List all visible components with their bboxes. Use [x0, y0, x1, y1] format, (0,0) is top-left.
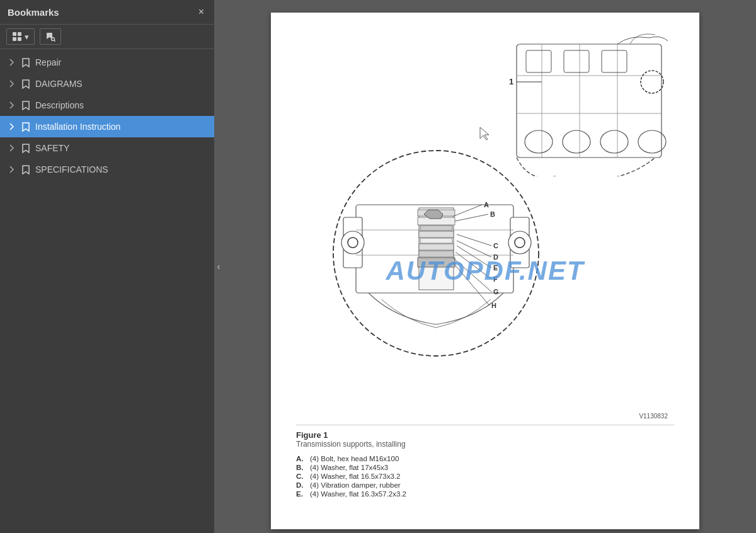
list-item: E. (4) Washer, flat 16.3x57.2x3.2: [296, 490, 674, 498]
nav-label-repair: Repair: [35, 57, 207, 67]
main-content: AUTOPDF.NET: [214, 0, 756, 533]
svg-text:B: B: [490, 210, 495, 218]
chevron-right-icon: [8, 144, 16, 152]
sidebar-nav: Repair DAIGRAMS Descriptions Installatio…: [0, 49, 214, 533]
bookmark-icon: [21, 57, 30, 67]
bookmark-icon: [21, 100, 30, 110]
chevron-right-icon: [8, 79, 16, 88]
svg-rect-40: [418, 258, 455, 267]
circle-detail-diagram: A B C D E: [331, 142, 542, 365]
svg-text:D: D: [493, 253, 498, 261]
svg-rect-37: [420, 238, 452, 243]
part-desc-b: (4) Washer, flat 17x45x3: [310, 464, 388, 471]
chevron-right-icon: [8, 122, 16, 131]
sidebar-toolbar: ▾: [0, 25, 214, 49]
svg-rect-1: [18, 32, 21, 36]
parts-list: A. (4) Bolt, hex head M16x100 B. (4) Was…: [296, 455, 674, 498]
list-item: D. (4) Vibration damper, rubber: [296, 481, 674, 489]
nav-label-specifications: SPECIFICATIONS: [35, 164, 207, 175]
part-letter-d: D.: [296, 481, 306, 489]
grid-icon: [12, 32, 22, 42]
chevron-right-icon: [8, 58, 16, 67]
bookmark-icon: [21, 143, 30, 153]
part-letter-a: A.: [296, 455, 306, 462]
bookmark-search-icon: [45, 32, 55, 42]
svg-rect-0: [13, 32, 16, 36]
svg-text:A: A: [484, 201, 489, 209]
svg-text:G: G: [493, 288, 499, 295]
sidebar-item-repair[interactable]: Repair: [0, 52, 214, 73]
figure-container: 1 2: [296, 32, 674, 504]
svg-text:H: H: [491, 302, 496, 309]
figure-area: 1 2: [296, 32, 674, 422]
svg-text:1: 1: [509, 77, 513, 86]
sidebar-item-safety[interactable]: SAFETY: [0, 137, 214, 159]
view-options-button[interactable]: ▾: [6, 28, 35, 45]
svg-point-4: [52, 38, 55, 41]
close-button[interactable]: ×: [196, 5, 207, 19]
nav-label-descriptions: Descriptions: [35, 100, 207, 110]
svg-rect-36: [419, 231, 454, 238]
svg-text:C: C: [493, 242, 498, 249]
list-item: A. (4) Bolt, hex head M16x100: [296, 455, 674, 462]
dropdown-arrow: ▾: [25, 32, 29, 42]
sidebar: Bookmarks × ▾ Repair: [0, 0, 214, 533]
collapse-sidebar-handle[interactable]: ‹: [214, 254, 223, 279]
chevron-right-icon: [8, 101, 16, 110]
part-desc-c: (4) Washer, flat 16.5x73x3.2: [310, 473, 400, 480]
svg-text:F: F: [493, 275, 498, 283]
figure-ref-code: V1130832: [639, 410, 668, 421]
bookmark-icon: [21, 164, 30, 175]
svg-rect-35: [420, 226, 452, 231]
part-letter-b: B.: [296, 464, 306, 471]
svg-line-5: [54, 40, 55, 42]
sidebar-item-daigrams[interactable]: DAIGRAMS: [0, 73, 214, 95]
svg-rect-3: [18, 37, 21, 41]
figure-caption-title: Transmission supports, installing: [296, 440, 674, 449]
document-page: AUTOPDF.NET: [271, 13, 699, 529]
nav-label-daigrams: DAIGRAMS: [35, 79, 207, 89]
nav-label-installation: Installation Instruction: [35, 122, 207, 132]
list-item: C. (4) Washer, flat 16.5x73x3.2: [296, 473, 674, 480]
svg-rect-2: [13, 37, 16, 41]
list-item: B. (4) Washer, flat 17x45x3: [296, 464, 674, 471]
collapse-arrow: ‹: [217, 261, 220, 272]
part-letter-c: C.: [296, 473, 306, 480]
sidebar-header: Bookmarks ×: [0, 0, 214, 25]
nav-label-safety: SAFETY: [35, 143, 207, 153]
find-bookmark-button[interactable]: [40, 28, 61, 45]
svg-point-26: [348, 238, 358, 248]
sidebar-item-specifications[interactable]: SPECIFICATIONS: [0, 159, 214, 180]
sidebar-item-descriptions[interactable]: Descriptions: [0, 95, 214, 116]
svg-point-29: [515, 238, 525, 248]
part-desc-a: (4) Bolt, hex head M16x100: [310, 455, 399, 462]
sidebar-item-installation[interactable]: Installation Instruction: [0, 116, 214, 137]
page-area: AUTOPDF.NET: [214, 0, 756, 533]
part-desc-e: (4) Washer, flat 16.3x57.2x3.2: [310, 490, 406, 498]
svg-rect-39: [419, 251, 454, 257]
figure-caption-number: Figure 1: [296, 430, 674, 440]
part-desc-d: (4) Vibration damper, rubber: [310, 481, 401, 489]
chevron-right-icon: [8, 165, 16, 174]
figure-caption-area: Figure 1 Transmission supports, installi…: [296, 425, 674, 504]
svg-rect-38: [419, 244, 454, 250]
bookmark-icon: [21, 79, 30, 89]
part-letter-e: E.: [296, 490, 306, 498]
sidebar-title: Bookmarks: [8, 7, 59, 18]
svg-text:E: E: [493, 264, 498, 272]
bookmark-icon: [21, 122, 30, 132]
